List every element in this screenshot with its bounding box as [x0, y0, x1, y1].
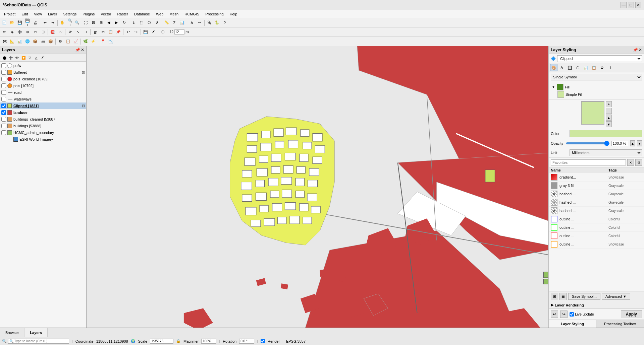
menu-mesh[interactable]: Mesh [167, 11, 181, 17]
layer-check-buildings[interactable] [1, 124, 6, 128]
up-symbol-btn[interactable]: ▲ [606, 115, 612, 121]
opacity-slider[interactable] [566, 142, 609, 144]
layer-item-pofw[interactable]: pofw [0, 62, 86, 69]
right-tab-layer-styling[interactable]: Layer Styling [549, 320, 596, 328]
saga-btn[interactable]: ⚡ [90, 38, 97, 45]
symbol-search-clear-btn[interactable]: ✕ [627, 159, 634, 166]
discard-btn[interactable]: ✗ [150, 28, 157, 36]
style-label-btn[interactable]: A [558, 64, 566, 71]
pan-btn[interactable]: ✋ [59, 19, 66, 26]
select-poly-btn[interactable]: ⬡ [146, 19, 153, 26]
layers-close-icon[interactable]: ✕ [81, 48, 84, 52]
add-csv-btn[interactable]: 📊 [16, 38, 23, 45]
advanced-button[interactable]: Advanced ▼ [602, 293, 630, 300]
remove-layer-btn[interactable]: ✗ [40, 55, 46, 61]
layer-check-waterways[interactable] [1, 97, 6, 101]
menu-help[interactable]: Help [227, 11, 240, 17]
sym-item-hashed2[interactable]: ✕ hashed ... Grayscale [549, 198, 644, 207]
layer-item-road[interactable]: road [0, 89, 86, 96]
add-db-btn[interactable]: 🗃 [39, 38, 47, 45]
sym-item-outline3[interactable]: outline ... Colorful [549, 232, 644, 240]
annotate-btn[interactable]: ✏ [196, 19, 203, 26]
layer-check-landuse[interactable] [1, 110, 6, 115]
style-3d-btn[interactable]: ⬡ [574, 64, 582, 71]
layer-item-pois-cleaned[interactable]: pois_cleaned [10769] [0, 76, 86, 82]
apply-button[interactable]: Apply [621, 310, 642, 318]
layer-item-esri[interactable]: ESRI World Imagery [0, 136, 86, 143]
layer-rendering-section[interactable]: ▶ Layer Rendering [549, 301, 644, 309]
symbol-search-input[interactable] [551, 159, 626, 165]
right-tab-processing-toolbox[interactable]: Processing Toolbox [596, 320, 644, 328]
layer-check-pois-cleaned[interactable] [1, 77, 6, 81]
profile-btn[interactable]: 📉 [107, 38, 114, 45]
menu-settings[interactable]: Settings [60, 11, 79, 17]
undo2-btn[interactable]: ↩ [124, 28, 132, 36]
rotation-input[interactable] [239, 339, 254, 344]
layer-check-pois[interactable] [1, 83, 6, 88]
manage-layer-vis-btn[interactable]: 👁 [14, 55, 20, 61]
sym-grid-view-btn[interactable]: ⊞ [551, 293, 558, 300]
map-area[interactable] [87, 46, 548, 328]
sym-item-gray3[interactable]: gray 3 fill Grayscale [549, 182, 644, 190]
undo-btn[interactable]: ↩ [41, 19, 49, 26]
vertex-tool-btn[interactable]: ⬡ [159, 28, 167, 36]
sym-item-outline2[interactable]: outline ... Colorful [549, 223, 644, 232]
add-symbol-btn[interactable]: + [606, 101, 612, 107]
layer-item-buffered[interactable]: Buffered ⊡ [0, 69, 86, 76]
symbol-preview[interactable] [581, 101, 604, 125]
maximize-button[interactable]: □ [628, 2, 634, 8]
identify-btn[interactable]: ℹ [130, 19, 138, 26]
stats-btn[interactable]: 📊 [178, 19, 186, 26]
deselect-btn[interactable]: ✗ [153, 19, 161, 26]
styling-close-icon[interactable]: ✕ [639, 48, 642, 52]
redo2-btn[interactable]: ↪ [132, 28, 140, 36]
down-symbol-btn[interactable]: ▼ [606, 121, 612, 127]
save-layer-btn[interactable]: 💾 [142, 28, 149, 36]
redo-btn[interactable]: ↪ [49, 19, 56, 26]
help2-btn[interactable]: ? [221, 19, 228, 26]
opacity-down-btn[interactable]: ▼ [637, 140, 642, 146]
style-fields-btn[interactable]: 📋 [590, 64, 598, 71]
menu-edit[interactable]: Edit [19, 11, 31, 17]
sym-item-gradient[interactable]: gradient... Showcase [549, 173, 644, 182]
plugins-btn[interactable]: 🔌 [206, 19, 213, 26]
menu-processing[interactable]: Processing [203, 11, 226, 17]
remove-symbol-btn[interactable]: − [606, 108, 612, 114]
zoom-full-btn[interactable]: ⛶ [82, 19, 89, 26]
layer-item-clipped[interactable]: Clipped [1821] ⊡ [0, 102, 86, 109]
select-rect-btn[interactable]: ⬚ [138, 19, 145, 26]
opacity-input[interactable] [611, 141, 628, 146]
layer-item-hcmc[interactable]: HCMC_admin_boundary [0, 129, 86, 136]
snap-btn[interactable]: 🧲 [49, 28, 56, 36]
menu-web[interactable]: Web [153, 11, 166, 17]
layer-item-buildings[interactable]: buildings [53888] [0, 123, 86, 129]
digitize-btn[interactable]: ✏ [1, 28, 8, 36]
expand-all-btn[interactable]: ▽ [27, 55, 33, 61]
field-calc-btn[interactable]: ⚙ [57, 38, 64, 45]
add-part-btn[interactable]: ⊕ [24, 28, 31, 36]
live-update-label[interactable]: Live update [570, 312, 594, 317]
style-rendering-btn[interactable]: ⚙ [598, 64, 606, 71]
filter-layer-btn[interactable]: 🔽 [20, 55, 26, 61]
menu-hcmgis[interactable]: HCMGIS [182, 11, 202, 17]
save-symbol-button[interactable]: Save Symbol... [568, 293, 600, 300]
live-update-checkbox[interactable] [570, 312, 574, 317]
menu-layer[interactable]: Layer [45, 11, 60, 17]
menu-raster[interactable]: Raster [114, 11, 130, 17]
zoom-out-btn[interactable]: 🔍- [74, 19, 82, 26]
add-group-btn[interactable]: ➕ [8, 55, 14, 61]
layer-check-hcmc[interactable] [1, 130, 6, 135]
layer-item-landuse[interactable]: landuse [0, 109, 86, 116]
render-checkbox[interactable] [261, 339, 265, 343]
sym-item-outline4[interactable]: outline ... Showcase [549, 240, 644, 249]
layer-check-road[interactable] [1, 90, 6, 95]
print-btn[interactable]: 🖨 [32, 19, 39, 26]
collapse-all-btn[interactable]: △ [33, 55, 39, 61]
add-xyz-btn[interactable]: 📦 [32, 38, 39, 45]
sym-item-outline1[interactable]: outline ... Colorful [549, 215, 644, 223]
scale-input[interactable] [150, 339, 173, 344]
open-project-btn[interactable]: 📂 [8, 19, 16, 26]
grass-btn[interactable]: 🌿 [82, 38, 89, 45]
menu-project[interactable]: Project [1, 11, 18, 17]
menu-view[interactable]: View [31, 11, 45, 17]
